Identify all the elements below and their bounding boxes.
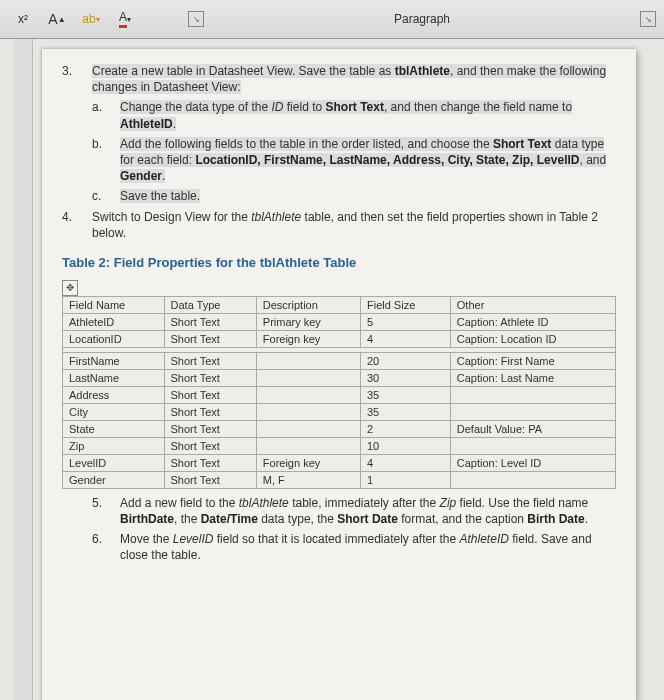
- ribbon: x² A▲ ab▾ A▾ ↘ Paragraph ↘: [0, 0, 664, 39]
- paragraph-dialog-launcher[interactable]: ↘: [640, 11, 656, 27]
- highlighter-button[interactable]: ab▾: [76, 5, 106, 33]
- paragraph-group-label: Paragraph: [208, 12, 636, 26]
- field-properties-table: Field NameData TypeDescriptionField Size…: [62, 296, 616, 489]
- table-header-row: Field NameData TypeDescriptionField Size…: [63, 296, 616, 313]
- step-5: 5. Add a new field to the tblAthlete tab…: [92, 495, 616, 527]
- step-3a: a. Change the data type of the ID field …: [92, 99, 616, 131]
- table-row: FirstNameShort Text20Caption: First Name: [63, 352, 616, 369]
- step-3b: b. Add the following fields to the table…: [92, 136, 616, 185]
- font-dialog-launcher[interactable]: ↘: [188, 11, 204, 27]
- table-2-title: Table 2: Field Properties for the tblAth…: [62, 255, 616, 270]
- table-row: StateShort Text2Default Value: PA: [63, 420, 616, 437]
- vertical-ruler: [14, 39, 33, 700]
- step-3c: c. Save the table.: [92, 188, 616, 204]
- table-row: LevelIDShort TextForeign key4Caption: Le…: [63, 454, 616, 471]
- font-size-increase-button[interactable]: A▲: [42, 5, 72, 33]
- table-row: AddressShort Text35: [63, 386, 616, 403]
- step-4: 4. Switch to Design View for the tblAthl…: [62, 209, 616, 241]
- table-move-handle-icon[interactable]: ✥: [62, 280, 78, 296]
- table-row: AthleteIDShort TextPrimary key5Caption: …: [63, 313, 616, 330]
- table-row: LastNameShort Text30Caption: Last Name: [63, 369, 616, 386]
- document-page: 3. Create a new table in Datasheet View.…: [42, 49, 636, 700]
- step-3: 3. Create a new table in Datasheet View.…: [62, 63, 616, 95]
- table-row: LocationIDShort TextForeign key4Caption:…: [63, 330, 616, 347]
- superscript-button[interactable]: x²: [8, 5, 38, 33]
- list-marker: 3.: [62, 63, 92, 95]
- table-row: CityShort Text35: [63, 403, 616, 420]
- font-color-button[interactable]: A▾: [110, 5, 140, 33]
- table-row: GenderShort TextM, F1: [63, 471, 616, 488]
- step-6: 6. Move the LevelID field so that it is …: [92, 531, 616, 563]
- table-row: ZipShort Text10: [63, 437, 616, 454]
